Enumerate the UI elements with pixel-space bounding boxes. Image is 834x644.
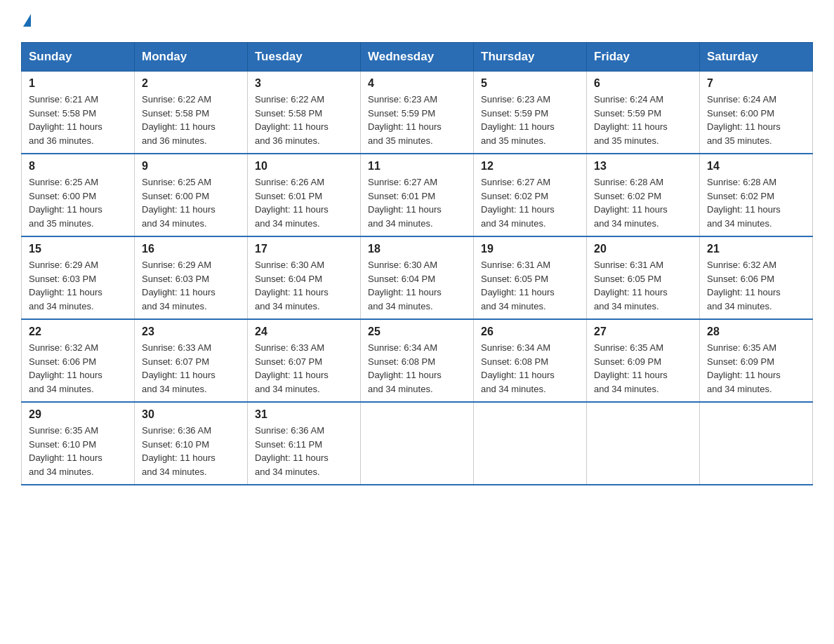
calendar-header-row: SundayMondayTuesdayWednesdayThursdayFrid… [22, 43, 813, 72]
day-number: 9 [142, 160, 240, 173]
page-header [21, 14, 813, 28]
day-info: Sunrise: 6:25 AM Sunset: 6:00 PM Dayligh… [29, 175, 127, 230]
calendar-cell [361, 402, 474, 485]
logo [21, 14, 31, 28]
day-info: Sunrise: 6:35 AM Sunset: 6:09 PM Dayligh… [707, 341, 805, 396]
day-number: 24 [255, 326, 353, 338]
calendar-cell: 23 Sunrise: 6:33 AM Sunset: 6:07 PM Dayl… [135, 319, 248, 402]
day-number: 18 [368, 243, 466, 255]
day-info: Sunrise: 6:25 AM Sunset: 6:00 PM Dayligh… [142, 175, 240, 230]
day-number: 12 [481, 160, 579, 173]
calendar-cell: 22 Sunrise: 6:32 AM Sunset: 6:06 PM Dayl… [22, 319, 135, 402]
header-friday: Friday [587, 43, 700, 72]
day-info: Sunrise: 6:34 AM Sunset: 6:08 PM Dayligh… [368, 341, 466, 396]
day-info: Sunrise: 6:36 AM Sunset: 6:11 PM Dayligh… [255, 424, 353, 478]
day-info: Sunrise: 6:31 AM Sunset: 6:05 PM Dayligh… [481, 258, 579, 313]
calendar-cell: 30 Sunrise: 6:36 AM Sunset: 6:10 PM Dayl… [135, 402, 248, 485]
day-number: 2 [142, 77, 240, 90]
calendar-cell: 20 Sunrise: 6:31 AM Sunset: 6:05 PM Dayl… [587, 236, 700, 319]
calendar-cell: 3 Sunrise: 6:22 AM Sunset: 5:58 PM Dayli… [248, 72, 361, 154]
day-number: 25 [368, 326, 466, 338]
calendar-cell: 16 Sunrise: 6:29 AM Sunset: 6:03 PM Dayl… [135, 236, 248, 319]
day-info: Sunrise: 6:24 AM Sunset: 6:00 PM Dayligh… [707, 93, 805, 147]
day-info: Sunrise: 6:27 AM Sunset: 6:01 PM Dayligh… [368, 175, 466, 230]
day-info: Sunrise: 6:28 AM Sunset: 6:02 PM Dayligh… [594, 175, 692, 230]
calendar-cell: 12 Sunrise: 6:27 AM Sunset: 6:02 PM Dayl… [474, 154, 587, 236]
calendar-cell: 31 Sunrise: 6:36 AM Sunset: 6:11 PM Dayl… [248, 402, 361, 485]
calendar-cell: 28 Sunrise: 6:35 AM Sunset: 6:09 PM Dayl… [700, 319, 813, 402]
day-number: 23 [142, 326, 240, 338]
day-info: Sunrise: 6:35 AM Sunset: 6:10 PM Dayligh… [29, 424, 127, 478]
calendar-week-row: 8 Sunrise: 6:25 AM Sunset: 6:00 PM Dayli… [22, 154, 813, 236]
day-info: Sunrise: 6:29 AM Sunset: 6:03 PM Dayligh… [29, 258, 127, 313]
day-number: 31 [255, 408, 353, 421]
day-number: 20 [594, 243, 692, 255]
calendar-cell: 29 Sunrise: 6:35 AM Sunset: 6:10 PM Dayl… [22, 402, 135, 485]
day-info: Sunrise: 6:36 AM Sunset: 6:10 PM Dayligh… [142, 424, 240, 478]
day-number: 15 [29, 243, 127, 255]
calendar-cell: 18 Sunrise: 6:30 AM Sunset: 6:04 PM Dayl… [361, 236, 474, 319]
calendar-cell: 9 Sunrise: 6:25 AM Sunset: 6:00 PM Dayli… [135, 154, 248, 236]
calendar-cell: 8 Sunrise: 6:25 AM Sunset: 6:00 PM Dayli… [22, 154, 135, 236]
calendar-cell: 1 Sunrise: 6:21 AM Sunset: 5:58 PM Dayli… [22, 72, 135, 154]
day-number: 16 [142, 243, 240, 255]
day-number: 21 [707, 243, 805, 255]
day-info: Sunrise: 6:35 AM Sunset: 6:09 PM Dayligh… [594, 341, 692, 396]
calendar-cell: 15 Sunrise: 6:29 AM Sunset: 6:03 PM Dayl… [22, 236, 135, 319]
calendar-cell: 5 Sunrise: 6:23 AM Sunset: 5:59 PM Dayli… [474, 72, 587, 154]
day-info: Sunrise: 6:32 AM Sunset: 6:06 PM Dayligh… [707, 258, 805, 313]
day-number: 26 [481, 326, 579, 338]
day-number: 27 [594, 326, 692, 338]
calendar-week-row: 22 Sunrise: 6:32 AM Sunset: 6:06 PM Dayl… [22, 319, 813, 402]
day-number: 11 [368, 160, 466, 173]
day-info: Sunrise: 6:23 AM Sunset: 5:59 PM Dayligh… [481, 93, 579, 147]
calendar-cell: 13 Sunrise: 6:28 AM Sunset: 6:02 PM Dayl… [587, 154, 700, 236]
calendar-cell: 25 Sunrise: 6:34 AM Sunset: 6:08 PM Dayl… [361, 319, 474, 402]
calendar-week-row: 1 Sunrise: 6:21 AM Sunset: 5:58 PM Dayli… [22, 72, 813, 154]
day-number: 13 [594, 160, 692, 173]
day-info: Sunrise: 6:30 AM Sunset: 6:04 PM Dayligh… [255, 258, 353, 313]
day-number: 10 [255, 160, 353, 173]
day-info: Sunrise: 6:31 AM Sunset: 6:05 PM Dayligh… [594, 258, 692, 313]
day-number: 19 [481, 243, 579, 255]
calendar-cell: 27 Sunrise: 6:35 AM Sunset: 6:09 PM Dayl… [587, 319, 700, 402]
calendar-cell: 21 Sunrise: 6:32 AM Sunset: 6:06 PM Dayl… [700, 236, 813, 319]
header-tuesday: Tuesday [248, 43, 361, 72]
day-number: 3 [255, 77, 353, 90]
day-number: 1 [29, 77, 127, 90]
day-number: 6 [594, 77, 692, 90]
header-thursday: Thursday [474, 43, 587, 72]
calendar-cell: 26 Sunrise: 6:34 AM Sunset: 6:08 PM Dayl… [474, 319, 587, 402]
day-info: Sunrise: 6:27 AM Sunset: 6:02 PM Dayligh… [481, 175, 579, 230]
day-number: 29 [29, 408, 127, 421]
day-number: 28 [707, 326, 805, 338]
day-info: Sunrise: 6:28 AM Sunset: 6:02 PM Dayligh… [707, 175, 805, 230]
day-info: Sunrise: 6:29 AM Sunset: 6:03 PM Dayligh… [142, 258, 240, 313]
day-number: 7 [707, 77, 805, 90]
day-info: Sunrise: 6:32 AM Sunset: 6:06 PM Dayligh… [29, 341, 127, 396]
calendar-cell: 17 Sunrise: 6:30 AM Sunset: 6:04 PM Dayl… [248, 236, 361, 319]
calendar-cell: 2 Sunrise: 6:22 AM Sunset: 5:58 PM Dayli… [135, 72, 248, 154]
header-sunday: Sunday [22, 43, 135, 72]
header-wednesday: Wednesday [361, 43, 474, 72]
day-number: 8 [29, 160, 127, 173]
calendar-table: SundayMondayTuesdayWednesdayThursdayFrid… [21, 42, 813, 485]
calendar-cell: 14 Sunrise: 6:28 AM Sunset: 6:02 PM Dayl… [700, 154, 813, 236]
day-info: Sunrise: 6:22 AM Sunset: 5:58 PM Dayligh… [142, 93, 240, 147]
day-info: Sunrise: 6:33 AM Sunset: 6:07 PM Dayligh… [142, 341, 240, 396]
calendar-week-row: 29 Sunrise: 6:35 AM Sunset: 6:10 PM Dayl… [22, 402, 813, 485]
day-info: Sunrise: 6:30 AM Sunset: 6:04 PM Dayligh… [368, 258, 466, 313]
calendar-cell: 10 Sunrise: 6:26 AM Sunset: 6:01 PM Dayl… [248, 154, 361, 236]
calendar-cell: 19 Sunrise: 6:31 AM Sunset: 6:05 PM Dayl… [474, 236, 587, 319]
header-monday: Monday [135, 43, 248, 72]
day-number: 5 [481, 77, 579, 90]
day-number: 30 [142, 408, 240, 421]
calendar-cell [474, 402, 587, 485]
calendar-cell: 6 Sunrise: 6:24 AM Sunset: 5:59 PM Dayli… [587, 72, 700, 154]
day-number: 14 [707, 160, 805, 173]
day-info: Sunrise: 6:22 AM Sunset: 5:58 PM Dayligh… [255, 93, 353, 147]
day-info: Sunrise: 6:33 AM Sunset: 6:07 PM Dayligh… [255, 341, 353, 396]
calendar-cell: 11 Sunrise: 6:27 AM Sunset: 6:01 PM Dayl… [361, 154, 474, 236]
calendar-cell: 7 Sunrise: 6:24 AM Sunset: 6:00 PM Dayli… [700, 72, 813, 154]
day-info: Sunrise: 6:23 AM Sunset: 5:59 PM Dayligh… [368, 93, 466, 147]
